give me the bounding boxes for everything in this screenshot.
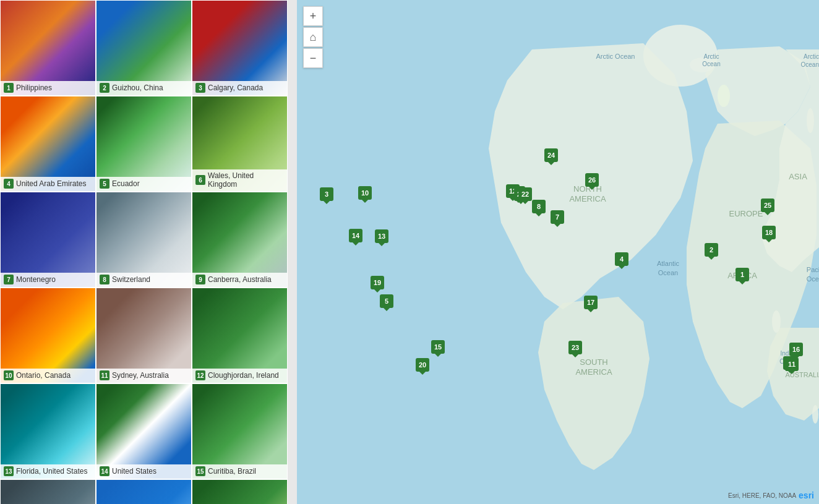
pin-bubble: 8 [532,200,546,213]
pin-bubble: 1 [735,268,749,281]
gallery-item[interactable]: 6Wales, United Kingdom [192,96,288,192]
gallery-item[interactable]: 12Cloughjordan, Ireland [192,288,288,383]
item-label: 5Ecuador [96,177,191,191]
gallery-item[interactable]: 15Curitiba, Brazil [192,383,288,479]
gallery-item[interactable]: 14United States [96,383,192,479]
item-title: Switzerland [112,275,150,284]
item-label: 2Guizhou, China [96,81,191,95]
map-pin[interactable]: 18 [762,226,776,239]
map-pin[interactable]: 19 [371,276,384,289]
item-label: 15Curitiba, Brazil [192,464,287,479]
gallery-item[interactable]: 4United Arab Emirates [0,96,96,192]
map-pin[interactable]: 24 [544,148,558,162]
map-pin[interactable]: 14 [349,229,362,242]
pin-bubble: 17 [584,296,598,309]
pin-bubble: 14 [349,229,362,242]
gallery-item[interactable]: 13Florida, United States [0,383,96,479]
gallery-item[interactable]: 11Sydney, Australia [96,288,192,383]
pin-bubble: 16 [789,343,803,356]
map-pin[interactable]: 8 [532,200,546,213]
map-pin[interactable]: 10 [358,186,372,200]
pin-bubble: 24 [544,148,558,162]
map-pin[interactable]: 23 [568,341,582,354]
map-pin[interactable]: 5 [380,294,393,308]
map-pin[interactable]: 7 [551,210,564,224]
map-attribution: Esri, HERE, FAO, NOAA esri [728,490,814,500]
item-title: Sydney, Australia [112,371,169,380]
gallery-item[interactable]: 9Canberra, Australia [192,192,288,288]
svg-text:Arctic Ocean: Arctic Ocean [596,53,635,60]
zoom-out-button[interactable]: − [303,48,323,68]
svg-text:Ocean: Ocean [702,61,720,67]
pin-bubble: 10 [358,186,372,200]
thumbnail [192,480,287,504]
gallery-item[interactable]: 8Switzerland [96,192,192,288]
item-number: 11 [100,370,109,380]
pin-bubble: 3 [320,187,333,201]
gallery-row: 4United Arab Emirates5Ecuador6Wales, Uni… [0,96,297,192]
map-pin[interactable]: 15 [431,340,445,354]
gallery-item[interactable]: 3Calgary, Canada [192,0,288,96]
map-pin[interactable]: 22 [518,187,532,201]
map-controls: + ⌂ − [303,6,323,68]
gallery-item[interactable]: 2Guizhou, China [96,0,192,96]
map-panel: NORTH AMERICA SOUTH AMERICA EUROPE AFRIC… [297,0,819,504]
map-pin[interactable]: 20 [416,358,429,372]
map-pin[interactable]: 13 [375,229,388,243]
item-number: 5 [100,179,109,189]
svg-text:Atlantic: Atlantic [657,260,680,267]
item-label: 12Cloughjordan, Ireland [192,369,287,383]
item-label: 14United States [96,464,191,479]
gallery-row: 13Florida, United States14United States1… [0,383,297,479]
gallery-panel: 1Philippines2Guizhou, China3Calgary, Can… [0,0,297,504]
item-number: 10 [4,370,14,380]
gallery-item[interactable] [192,479,288,504]
gallery-scroll[interactable]: 1Philippines2Guizhou, China3Calgary, Can… [0,0,297,504]
svg-text:SOUTH: SOUTH [580,357,608,367]
map-pin[interactable]: 1 [735,268,749,281]
esri-logo: esri [799,490,814,500]
svg-point-5 [772,310,781,333]
home-button[interactable]: ⌂ [303,27,323,47]
item-number: 6 [195,175,205,185]
item-title: Cloughjordan, Ireland [208,371,279,380]
item-label: 6Wales, United Kingdom [192,169,287,191]
gallery-item[interactable]: 10Ontario, Canada [0,288,96,383]
gallery-item[interactable]: 1Philippines [0,0,96,96]
map-pin[interactable]: 4 [615,252,628,266]
item-number: 1 [4,83,14,93]
map-pin[interactable]: 16 [789,343,803,356]
item-title: Ontario, Canada [16,371,71,380]
svg-text:Arctic: Arctic [804,53,819,60]
svg-point-6 [812,405,818,424]
item-label: 8Switzerland [96,273,191,287]
gallery-item[interactable] [0,479,96,504]
item-number: 7 [4,275,14,284]
item-label: 13Florida, United States [1,464,95,479]
map-pin[interactable]: 26 [585,173,599,187]
item-label: 3Calgary, Canada [192,81,287,95]
gallery-row: 1Philippines2Guizhou, China3Calgary, Can… [0,0,297,96]
gallery-row: 10Ontario, Canada11Sydney, Australia12Cl… [0,288,297,383]
pin-bubble: 22 [518,187,532,201]
item-title: Ecuador [112,179,140,188]
map-pin[interactable]: 17 [584,296,598,309]
map-pin[interactable]: 3 [320,187,333,201]
gallery-item[interactable] [96,479,192,504]
gallery-item[interactable]: 5Ecuador [96,96,192,192]
gallery-item[interactable]: 7Montenegro [0,192,96,288]
zoom-in-button[interactable]: + [303,6,323,26]
svg-point-4 [807,108,814,133]
item-title: United States [112,467,157,476]
item-number: 2 [100,83,109,93]
item-title: Guizhou, China [112,83,163,92]
item-number: 13 [4,466,14,476]
pin-bubble: 25 [761,199,774,212]
svg-text:Ocean: Ocean [801,61,819,68]
item-number: 9 [195,275,205,284]
thumbnail [1,480,95,504]
pin-bubble: 20 [416,358,429,372]
item-number: 15 [195,466,205,476]
map-pin[interactable]: 2 [705,243,718,257]
map-pin[interactable]: 25 [761,199,774,212]
